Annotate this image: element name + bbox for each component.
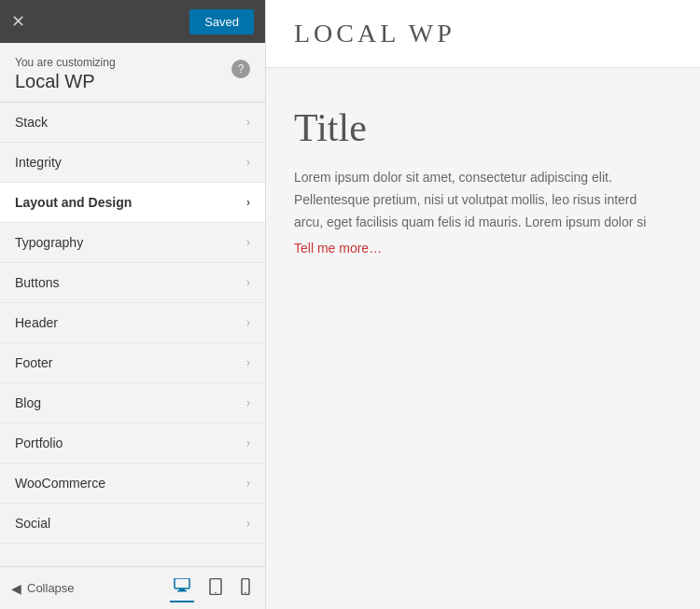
read-more-link[interactable]: Tell me more… xyxy=(294,241,672,256)
collapse-icon: ◀ xyxy=(11,581,21,596)
chevron-right-icon: › xyxy=(246,196,250,209)
site-title: LOCAL WP xyxy=(294,19,672,48)
sidebar-item-label: Buttons xyxy=(15,275,59,290)
chevron-right-icon: › xyxy=(246,517,250,530)
chevron-right-icon: › xyxy=(246,436,250,450)
sidebar-item-label: Blog xyxy=(15,395,41,410)
chevron-right-icon: › xyxy=(246,156,250,169)
tablet-icon[interactable] xyxy=(205,574,226,602)
sidebar-item-integrity[interactable]: Integrity › xyxy=(0,143,265,183)
sidebar-item-layout-and-design[interactable]: Layout and Design › xyxy=(0,183,265,223)
site-header: LOCAL WP xyxy=(266,0,700,68)
sidebar-item-label: Layout and Design xyxy=(15,195,132,210)
sidebar-item-blog[interactable]: Blog › xyxy=(0,383,265,423)
device-icons xyxy=(170,574,254,602)
svg-rect-1 xyxy=(179,588,185,590)
svg-rect-0 xyxy=(175,578,189,588)
svg-point-4 xyxy=(215,591,217,593)
chevron-right-icon: › xyxy=(246,316,250,329)
saved-button[interactable]: Saved xyxy=(189,9,254,35)
right-panel: LOCAL WP Title Lorem ipsum dolor sit ame… xyxy=(266,0,700,609)
sidebar-item-social[interactable]: Social › xyxy=(0,504,265,544)
content-area: Title Lorem ipsum dolor sit amet, consec… xyxy=(266,68,700,293)
customizing-section: You are customizing Local WP ? xyxy=(0,43,265,103)
svg-rect-2 xyxy=(177,590,187,592)
chevron-right-icon: › xyxy=(246,477,250,490)
content-title: Title xyxy=(294,105,672,150)
nav-list: Stack › Integrity › Layout and Design › … xyxy=(0,103,265,566)
preview-area: LOCAL WP Title Lorem ipsum dolor sit ame… xyxy=(266,0,700,609)
sidebar-item-label: Integrity xyxy=(15,155,62,170)
collapse-button[interactable]: ◀ Collapse xyxy=(11,581,75,596)
collapse-label: Collapse xyxy=(27,581,75,595)
sidebar-item-footer[interactable]: Footer › xyxy=(0,343,265,383)
sidebar-item-label: Portfolio xyxy=(15,436,63,450)
sidebar-item-label: Social xyxy=(15,516,50,531)
bottom-bar: ◀ Collapse xyxy=(0,566,265,609)
site-name: Local WP xyxy=(15,71,116,92)
left-panel: ✕ Saved You are customizing Local WP ? S… xyxy=(0,0,266,609)
mobile-icon[interactable] xyxy=(237,574,254,602)
sidebar-item-stack[interactable]: Stack › xyxy=(0,103,265,143)
sidebar-item-label: Typography xyxy=(15,235,83,250)
chevron-right-icon: › xyxy=(246,236,250,249)
sidebar-item-label: WooCommerce xyxy=(15,476,105,491)
sidebar-item-header[interactable]: Header › xyxy=(0,303,265,343)
content-body: Lorem ipsum dolor sit amet, consectetur … xyxy=(294,167,649,233)
chevron-right-icon: › xyxy=(246,356,250,369)
sidebar-item-label: Footer xyxy=(15,355,52,370)
help-icon[interactable]: ? xyxy=(231,60,250,78)
chevron-right-icon: › xyxy=(246,116,250,129)
sidebar-item-portfolio[interactable]: Portfolio › xyxy=(0,423,265,464)
close-button[interactable]: ✕ xyxy=(11,13,25,30)
svg-point-6 xyxy=(245,591,246,593)
customizing-label: You are customizing xyxy=(15,56,116,69)
top-bar: ✕ Saved xyxy=(0,0,265,43)
sidebar-item-typography[interactable]: Typography › xyxy=(0,223,265,263)
sidebar-item-label: Stack xyxy=(15,115,48,130)
chevron-right-icon: › xyxy=(246,396,250,409)
chevron-right-icon: › xyxy=(246,276,250,289)
desktop-icon[interactable] xyxy=(170,574,194,602)
sidebar-item-label: Header xyxy=(15,315,58,330)
sidebar-item-woocommerce[interactable]: WooCommerce › xyxy=(0,464,265,504)
sidebar-item-buttons[interactable]: Buttons › xyxy=(0,263,265,303)
